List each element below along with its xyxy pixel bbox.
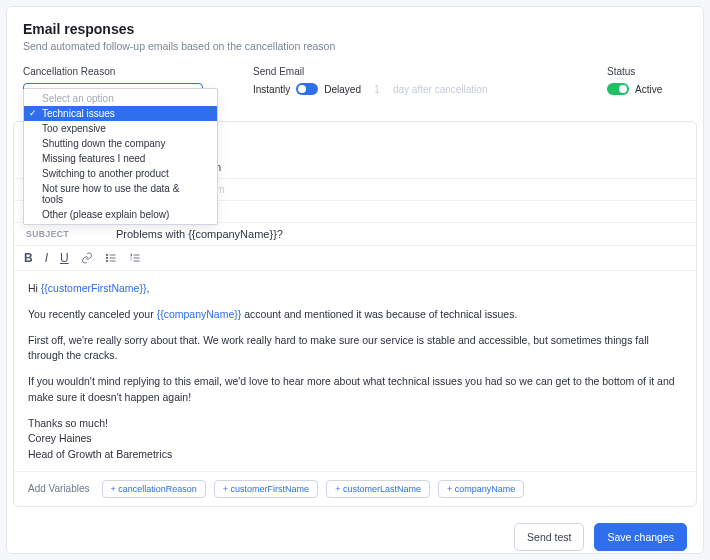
send-mode-toggle[interactable]: [296, 83, 318, 95]
svg-point-1: [106, 257, 108, 259]
variables-label: Add Variables: [28, 483, 90, 494]
reason-column: Cancellation Reason Select an option Tec…: [23, 66, 223, 105]
link-button[interactable]: [81, 252, 93, 264]
link-icon: [81, 252, 93, 264]
signature-name: Corey Haines: [28, 432, 92, 444]
variables-row: Add Variables + cancellationReason + cus…: [14, 471, 696, 506]
reason-option-notsure[interactable]: Not sure how to use the data & tools: [24, 181, 217, 207]
chip-customer-first-name[interactable]: + customerFirstName: [214, 480, 318, 498]
reason-option-technical[interactable]: Technical issues: [24, 106, 217, 121]
chip-company-name[interactable]: + companyName: [438, 480, 524, 498]
controls-row: Cancellation Reason Select an option Tec…: [7, 62, 703, 115]
subject-row: SUBJECT Problems with {{companyName}}?: [14, 223, 696, 246]
save-changes-button[interactable]: Save changes: [594, 523, 687, 551]
send-label: Send Email: [253, 66, 577, 77]
reason-dropdown: Select an option Technical issues Too ex…: [23, 88, 218, 225]
bold-button[interactable]: B: [24, 251, 33, 265]
p1-token: {{companyName}}: [157, 308, 242, 320]
status-text: Active: [635, 84, 662, 95]
reason-option-shutdown[interactable]: Shutting down the company: [24, 136, 217, 151]
p2: First off, we're really sorry about that…: [28, 333, 682, 365]
days-input[interactable]: [367, 84, 387, 95]
signature-role: Head of Growth at Baremetrics: [28, 448, 172, 460]
svg-point-0: [106, 254, 108, 256]
header: Email responses Send automated follow-up…: [7, 7, 703, 62]
bullet-list-button[interactable]: [105, 252, 117, 264]
greeting-pre: Hi: [28, 282, 41, 294]
subject-label: SUBJECT: [26, 229, 106, 239]
svg-point-2: [106, 260, 108, 262]
bullet-list-icon: [105, 252, 117, 264]
email-body[interactable]: Hi {{customerFirstName}}, You recently c…: [14, 271, 696, 471]
page-subtitle: Send automated follow-up emails based on…: [23, 40, 687, 52]
number-list-button[interactable]: [129, 252, 141, 264]
p1-pre: You recently canceled your: [28, 308, 157, 320]
days-suffix: day after cancellation: [393, 84, 488, 95]
status-label: Status: [607, 66, 687, 77]
greeting-post: ,: [146, 282, 149, 294]
subject-value[interactable]: Problems with {{companyName}}?: [116, 228, 283, 240]
send-test-button[interactable]: Send test: [514, 523, 584, 551]
chip-cancellation-reason[interactable]: + cancellationReason: [102, 480, 206, 498]
send-column: Send Email Instantly Delayed day after c…: [253, 66, 577, 105]
thanks-line: Thanks so much!: [28, 417, 108, 429]
number-list-icon: [129, 252, 141, 264]
italic-button[interactable]: I: [45, 251, 48, 265]
footer-actions: Send test Save changes: [7, 513, 703, 560]
reason-option-other[interactable]: Other (please explain below): [24, 207, 217, 222]
reason-option-missing[interactable]: Missing features I need: [24, 151, 217, 166]
send-instantly-label: Instantly: [253, 84, 290, 95]
reason-option-placeholder[interactable]: Select an option: [24, 91, 217, 106]
p3: If you wouldn't mind replying to this em…: [28, 374, 682, 406]
status-toggle[interactable]: [607, 83, 629, 95]
send-delayed-label: Delayed: [324, 84, 361, 95]
page-title: Email responses: [23, 21, 687, 37]
chip-customer-last-name[interactable]: + customerLastName: [326, 480, 430, 498]
status-column: Status Active: [607, 66, 687, 105]
reason-option-switching[interactable]: Switching to another product: [24, 166, 217, 181]
reason-option-expensive[interactable]: Too expensive: [24, 121, 217, 136]
p1-post: account and mentioned it was because of …: [241, 308, 517, 320]
editor-toolbar: B I U: [14, 246, 696, 271]
underline-button[interactable]: U: [60, 251, 69, 265]
email-responses-card: Email responses Send automated follow-up…: [6, 6, 704, 554]
reason-label: Cancellation Reason: [23, 66, 223, 77]
greeting-token: {{customerFirstName}}: [41, 282, 147, 294]
